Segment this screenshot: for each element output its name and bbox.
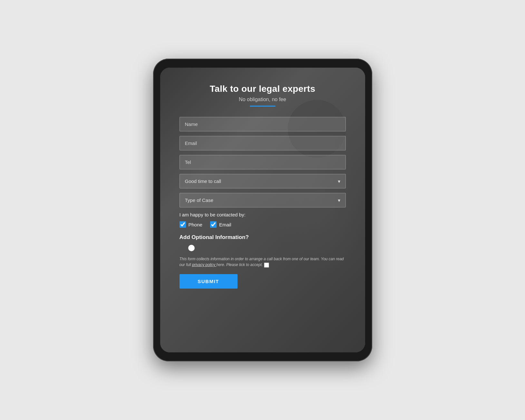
email-input[interactable] [180,136,346,150]
contact-by-label: I am happy to be contacted by: [180,212,346,217]
privacy-text-after: here. Please tick to accept. [216,262,263,267]
good-time-wrapper: Good time to call Morning Afternoon Even… [180,174,346,188]
privacy-text: This form collects information in order … [180,256,346,268]
tablet-screen: Talk to our legal experts No obligation,… [160,68,365,352]
phone-checkbox-item: Phone [180,221,202,228]
optional-section: Add Optional Information? [180,234,346,250]
email-checkbox-item: Email [210,221,231,228]
privacy-policy-link[interactable]: privacy policy [192,262,216,267]
page-subtitle: No obligation, no fee [180,97,346,102]
good-time-select[interactable]: Good time to call Morning Afternoon Even… [180,174,346,188]
phone-label[interactable]: Phone [189,222,202,227]
email-label[interactable]: Email [219,222,231,227]
name-input[interactable] [180,117,346,131]
type-of-case-wrapper: Type of Case Personal Injury Employment … [180,193,346,207]
optional-title: Add Optional Information? [180,234,346,241]
title-underline [250,106,276,107]
type-of-case-select[interactable]: Type of Case Personal Injury Employment … [180,193,346,207]
contact-checkbox-group: Phone Email [180,221,346,228]
email-checkbox[interactable] [210,221,217,228]
tablet-frame: Talk to our legal experts No obligation,… [153,59,372,361]
phone-checkbox[interactable] [180,221,186,228]
privacy-accept-checkbox[interactable] [264,262,269,268]
tel-input[interactable] [180,155,346,169]
page-title: Talk to our legal experts [180,84,346,94]
submit-button[interactable]: SUBMIT [180,274,238,289]
form-container: Talk to our legal experts No obligation,… [160,68,365,352]
